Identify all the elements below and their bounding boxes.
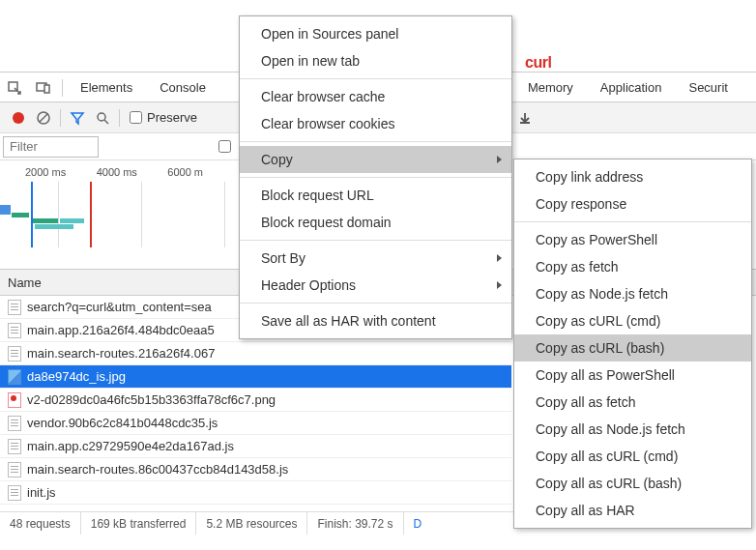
search-term: curl — [525, 54, 551, 72]
request-row[interactable]: da8e974dc_is.jpg — [0, 365, 511, 389]
menu-header-options[interactable]: Header Options — [240, 272, 511, 299]
menu-copy-link[interactable]: Copy link address — [514, 163, 751, 190]
svg-line-5 — [40, 114, 47, 122]
svg-point-3 — [13, 112, 24, 124]
timeline-labels: 2000 ms 4000 ms 6000 m — [0, 160, 239, 178]
document-icon — [8, 300, 21, 315]
file-name: main.app.c29729590e4e2da167ad.js — [27, 439, 234, 453]
filter-input[interactable] — [3, 136, 99, 158]
menu-open-sources[interactable]: Open in Sources panel — [240, 20, 511, 47]
divider — [62, 79, 63, 97]
file-name: v2-d0289dc0a46fc5b15b3363ffa78cf6c7.png — [27, 392, 276, 407]
filter-icon[interactable] — [65, 105, 90, 130]
tab-elements[interactable]: Elements — [67, 73, 146, 102]
svg-line-7 — [104, 120, 108, 124]
separator — [240, 78, 511, 79]
image-icon — [8, 369, 21, 385]
tick-4000ms: 4000 ms — [97, 166, 168, 178]
menu-copy-response[interactable]: Copy response — [514, 190, 751, 217]
request-bar — [33, 218, 58, 223]
menu-copy-powershell[interactable]: Copy as PowerShell — [514, 226, 751, 253]
device-toggle-icon[interactable] — [29, 73, 58, 102]
menu-clear-cache[interactable]: Clear browser cache — [240, 83, 511, 110]
request-row[interactable]: main.search-routes.216a26f4.067 — [0, 342, 511, 365]
menu-copy-all-fetch[interactable]: Copy all as fetch — [514, 389, 751, 416]
menu-sort-by[interactable]: Sort By — [240, 245, 511, 272]
request-row[interactable]: vendor.90b6c2c841b0448cdc35.js — [0, 412, 511, 435]
status-resources: 5.2 MB resources — [196, 512, 307, 535]
context-menu: Open in Sources panel Open in new tab Cl… — [239, 15, 512, 339]
copy-submenu: Copy link address Copy response Copy as … — [513, 159, 752, 529]
timeline-overview[interactable]: 2000 ms 4000 ms 6000 m — [0, 160, 239, 253]
preserve-log-checkbox[interactable]: Preserve — [130, 110, 197, 125]
status-domcontent: D — [414, 517, 422, 531]
image-icon — [8, 392, 21, 408]
menu-copy-fetch[interactable]: Copy as fetch — [514, 253, 751, 280]
file-name: main.search-routes.216a26f4.067 — [27, 346, 215, 361]
menu-copy-all-har[interactable]: Copy all as HAR — [514, 497, 751, 524]
tab-application[interactable]: Application — [587, 73, 676, 102]
submenu-arrow-icon — [497, 254, 502, 262]
import-har-icon[interactable] — [512, 105, 538, 130]
menu-copy-all-powershell[interactable]: Copy all as PowerShell — [514, 362, 751, 389]
search-icon[interactable] — [90, 105, 115, 130]
tick-6000ms: 6000 m — [167, 166, 239, 178]
divider — [119, 109, 120, 127]
menu-copy-label: Copy — [261, 152, 293, 167]
request-bar — [12, 213, 29, 217]
document-icon — [8, 462, 21, 478]
menu-block-domain[interactable]: Block request domain — [240, 209, 511, 236]
submenu-arrow-icon — [497, 156, 502, 163]
dom-content-loaded-marker — [31, 182, 33, 247]
separator — [240, 240, 511, 241]
gridline — [141, 182, 142, 247]
menu-copy-all-curl-bash[interactable]: Copy all as cURL (bash) — [514, 470, 751, 497]
request-row[interactable]: init.js — [0, 481, 511, 505]
menu-open-new-tab[interactable]: Open in new tab — [240, 47, 511, 74]
document-icon — [8, 416, 21, 431]
svg-point-6 — [98, 113, 105, 121]
timeline-chart[interactable] — [0, 182, 239, 247]
request-row[interactable]: v2-d0289dc0a46fc5b15b3363ffa78cf6c7.png — [0, 389, 511, 412]
file-name: da8e974dc_is.jpg — [27, 369, 126, 384]
menu-copy-curl-cmd[interactable]: Copy as cURL (cmd) — [514, 307, 751, 334]
menu-clear-cookies[interactable]: Clear browser cookies — [240, 110, 511, 137]
menu-save-har[interactable]: Save all as HAR with content — [240, 307, 511, 334]
tab-console[interactable]: Console — [146, 73, 219, 102]
request-bar — [35, 224, 73, 229]
menu-sort-label: Sort By — [261, 250, 305, 266]
file-name: main.app.216a26f4.484bdc0eaa5 — [27, 323, 215, 337]
menu-copy-curl-bash[interactable]: Copy as cURL (bash) — [514, 334, 751, 362]
menu-copy-node-fetch[interactable]: Copy as Node.js fetch — [514, 280, 751, 307]
request-row[interactable]: main.search-routes.86c00437ccb84d143d58.… — [0, 458, 511, 481]
gridline — [58, 182, 59, 247]
preserve-label: Preserve — [147, 110, 197, 125]
document-icon — [8, 439, 21, 454]
record-button[interactable] — [6, 105, 31, 130]
clear-button[interactable] — [31, 105, 56, 130]
status-bar: 48 requests 169 kB transferred 5.2 MB re… — [0, 511, 541, 535]
tab-security[interactable]: Securit — [675, 73, 741, 102]
divider — [60, 109, 61, 127]
menu-header-label: Header Options — [261, 277, 356, 293]
request-row[interactable]: main.app.c29729590e4e2da167ad.js — [0, 435, 511, 458]
separator — [240, 177, 511, 178]
menu-block-url[interactable]: Block request URL — [240, 182, 511, 209]
menu-copy-all-node-fetch[interactable]: Copy all as Node.js fetch — [514, 416, 751, 443]
hide-data-urls-checkbox[interactable] — [218, 140, 231, 153]
document-icon — [8, 346, 21, 362]
load-event-marker — [90, 182, 92, 247]
file-name: init.js — [27, 485, 56, 500]
status-finish: Finish: 39.72 s — [307, 512, 403, 535]
file-name: vendor.90b6c2c841b0448cdc35.js — [27, 416, 218, 430]
tab-memory[interactable]: Memory — [514, 73, 587, 102]
menu-copy-all-curl-cmd[interactable]: Copy all as cURL (cmd) — [514, 443, 751, 470]
separator — [514, 221, 751, 222]
menu-copy[interactable]: Copy — [240, 146, 511, 173]
status-requests: 48 requests — [0, 512, 81, 535]
range-handle[interactable] — [0, 205, 11, 215]
inspect-element-icon[interactable] — [0, 73, 29, 102]
document-icon — [8, 485, 21, 501]
separator — [240, 303, 511, 304]
file-name: main.search-routes.86c00437ccb84d143d58.… — [27, 462, 288, 477]
